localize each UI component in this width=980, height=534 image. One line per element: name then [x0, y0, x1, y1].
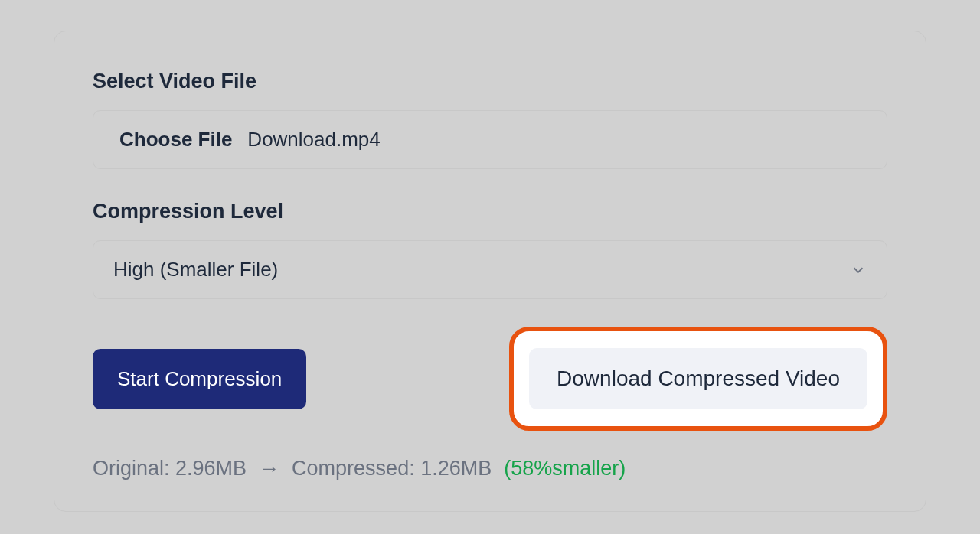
original-size: Original: 2.96MB: [93, 457, 247, 480]
arrow-icon: →: [259, 457, 279, 480]
compressed-size: Compressed: 1.26MB: [292, 457, 492, 480]
button-row: Start Compression Download Compressed Vi…: [93, 327, 887, 431]
reduction-percent: (58%smaller): [504, 457, 626, 480]
compression-level-label: Compression Level: [93, 200, 887, 223]
choose-file-button[interactable]: Choose File: [119, 128, 232, 151]
download-highlight: Download Compressed Video: [509, 327, 887, 431]
compression-stats: Original: 2.96MB → Compressed: 1.26MB (5…: [93, 457, 887, 480]
compression-card: Select Video File Choose File Download.m…: [54, 31, 926, 512]
chevron-down-icon: [850, 262, 867, 278]
compression-level-select-wrapper: High (Smaller File): [93, 240, 887, 299]
download-compressed-button[interactable]: Download Compressed Video: [529, 348, 867, 409]
compression-level-select[interactable]: High (Smaller File): [93, 240, 887, 299]
compression-level-value: High (Smaller File): [113, 258, 278, 282]
file-input[interactable]: Choose File Download.mp4: [93, 110, 887, 169]
select-file-label: Select Video File: [93, 70, 887, 93]
start-compression-button[interactable]: Start Compression: [93, 349, 306, 409]
selected-filename: Download.mp4: [247, 128, 380, 151]
